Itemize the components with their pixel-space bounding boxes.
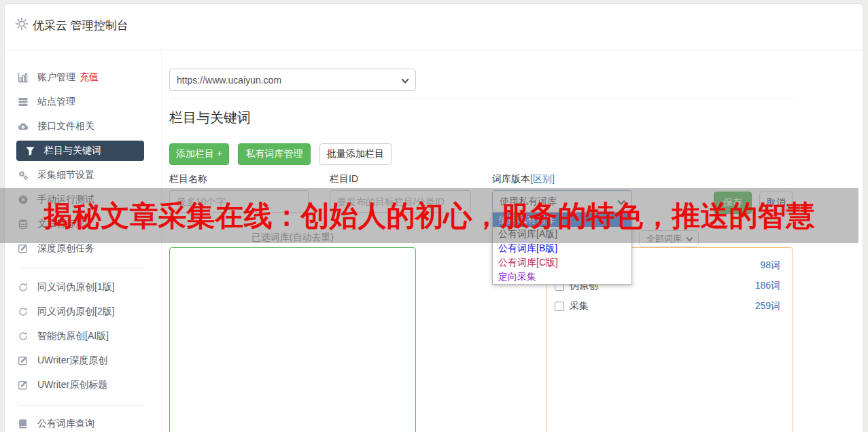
dropdown-option-directed[interactable]: 定向采集 bbox=[493, 270, 631, 284]
refresh-icon bbox=[18, 282, 29, 293]
cloud-upload-icon bbox=[18, 121, 29, 132]
sidebar-item-label: 智能伪原创[AI版] bbox=[37, 330, 109, 342]
sidebar-item-uwriter-title[interactable]: UWriter原创标题 bbox=[18, 376, 147, 395]
private-thesaurus-button[interactable]: 私有词库管理 bbox=[238, 143, 311, 165]
library-checkbox[interactable] bbox=[555, 302, 564, 311]
sidebar-item-columns-keywords[interactable]: 栏目与关键词 bbox=[16, 141, 144, 161]
refresh-icon bbox=[18, 306, 29, 317]
site-url-select[interactable]: https://www.ucaiyun.com bbox=[169, 69, 416, 91]
library-row: 采集 259词 bbox=[555, 300, 780, 313]
recharge-badge[interactable]: 充值 bbox=[80, 71, 99, 82]
word-count: 186词 bbox=[755, 280, 780, 292]
sidebar-item-label: 同义词伪原创[1版] bbox=[37, 281, 115, 293]
sidebar-item-ai-rewrite[interactable]: 智能伪原创[AI版] bbox=[18, 327, 147, 346]
sidebar-section-divider bbox=[18, 268, 144, 268]
sidebar-item-synonym-v2[interactable]: 同义词伪原创[2版] bbox=[18, 302, 147, 321]
sidebar-item-synonym-v1[interactable]: 同义词伪原创[1版] bbox=[18, 278, 147, 297]
sidebar-item-label: UWriter原创标题 bbox=[37, 379, 107, 391]
column-name-label: 栏目名称 bbox=[169, 173, 207, 185]
page: 优采云 管理控制台 账户管理充值 站点管理 接口文件相关 栏目与关键词 采集细节… bbox=[0, 0, 868, 432]
sidebar-item-public-lib-query[interactable]: 公有词库查询 bbox=[18, 414, 147, 432]
sidebar-item-label: 同义词伪原创[2版] bbox=[37, 306, 115, 318]
word-count: 259词 bbox=[755, 300, 780, 312]
dropdown-option-public-b[interactable]: 公有词库[B版] bbox=[493, 241, 631, 255]
add-column-button[interactable]: 添加栏目 + bbox=[169, 143, 229, 165]
dropdown-option-public-c[interactable]: 公有词库[C版] bbox=[493, 255, 631, 270]
sidebar-section-divider bbox=[18, 405, 144, 406]
sidebar-item-collect-settings[interactable]: 采集细节设置 bbox=[18, 166, 147, 185]
bar-chart-icon bbox=[18, 72, 29, 83]
sidebar-item-label: 采集细节设置 bbox=[37, 169, 94, 181]
pencil-icon bbox=[18, 355, 29, 366]
sidebar-item-label: 账户管理充值 bbox=[37, 71, 99, 84]
page-title: 栏目与关键词 bbox=[169, 109, 251, 127]
sidebar-item-label: 接口文件相关 bbox=[37, 120, 94, 132]
column-id-label: 栏目ID bbox=[330, 173, 358, 185]
header-divider bbox=[4, 50, 863, 50]
library-row-label: 采集 bbox=[570, 300, 589, 312]
sidebar-item-label: 站点管理 bbox=[37, 96, 75, 108]
server-icon bbox=[18, 96, 29, 107]
sidebar-item-label: UWriter深度原创 bbox=[37, 355, 107, 367]
site-url-value: https://www.ucaiyun.com bbox=[177, 75, 281, 86]
refresh-icon bbox=[18, 331, 29, 342]
batch-add-button[interactable]: 批量添加栏目 bbox=[319, 143, 392, 165]
funnel-icon bbox=[24, 145, 35, 156]
word-count: 98词 bbox=[760, 259, 780, 272]
gears-icon bbox=[18, 170, 29, 181]
sidebar-item-account[interactable]: 账户管理充值 bbox=[18, 68, 147, 87]
sidebar-item-label: 栏目与关键词 bbox=[44, 145, 101, 157]
promo-overlay-banner: 揭秘文章采集在线：创始人的初心，服务的特色，推送的智慧 bbox=[0, 188, 858, 243]
selected-thesaurus-box bbox=[169, 247, 416, 432]
app-title: 优采云 管理控制台 bbox=[33, 18, 128, 33]
pencil-icon bbox=[18, 243, 29, 254]
sidebar-item-sites[interactable]: 站点管理 bbox=[18, 92, 147, 111]
sidebar-item-interface-files[interactable]: 接口文件相关 bbox=[18, 117, 147, 136]
sidebar-item-label: 公有词库查询 bbox=[37, 418, 94, 430]
sidebar-item-label: 深度原创任务 bbox=[37, 242, 94, 255]
chevron-down-icon bbox=[401, 75, 409, 83]
book-icon bbox=[18, 418, 29, 429]
version-diff-link[interactable]: [区别] bbox=[530, 173, 555, 184]
thesaurus-version-label: 词库版本[区别] bbox=[492, 173, 555, 185]
sidebar-item-uwriter-deep[interactable]: UWriter深度原创 bbox=[18, 351, 147, 370]
pencil-icon bbox=[18, 380, 29, 391]
promo-overlay-text: 揭秘文章采集在线：创始人的初心，服务的特色，推送的智慧 bbox=[44, 197, 815, 235]
gear-icon bbox=[15, 17, 29, 31]
content-divider bbox=[170, 98, 794, 98]
